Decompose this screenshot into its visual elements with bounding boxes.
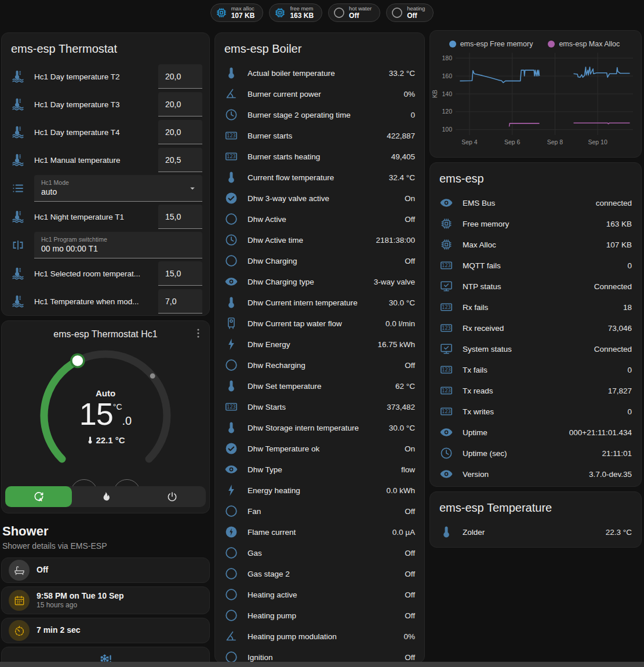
status-badge[interactable]: heating Off — [386, 3, 434, 22]
entity-label: Dhw Energy — [248, 340, 373, 349]
entity-row[interactable]: Burner stage 2 operating time 0 — [215, 104, 424, 125]
entity-row[interactable]: Heating pump modulation 0% — [215, 626, 424, 647]
entity-row[interactable]: Dhw Charging type 3-way valve — [215, 271, 424, 292]
number-input[interactable]: 15,0 — [158, 205, 202, 229]
number-input[interactable]: 15,0 — [158, 261, 202, 286]
mode-select[interactable]: Hc1 Mode auto — [34, 175, 202, 202]
tile[interactable]: 7 min 2 sec — [1, 618, 210, 643]
entity-value: Off — [405, 591, 415, 599]
coolant-thermometer-icon — [11, 267, 25, 280]
number-input[interactable]: 20,5 — [158, 148, 202, 172]
entity-row[interactable]: 123 Tx reads 17,827 — [430, 380, 641, 401]
thermometer-icon — [86, 436, 94, 444]
entity-row[interactable]: 123 Tx fails 0 — [430, 359, 641, 380]
entity-row[interactable]: Dhw Type flow — [215, 459, 424, 480]
entity-row[interactable]: Dhw Charging Off — [215, 250, 424, 271]
horizontal-scrollbar[interactable] — [0, 662, 644, 667]
entity-row[interactable]: Ignition Off — [215, 647, 424, 663]
entity-label: Tx writes — [463, 407, 623, 416]
svg-text:123: 123 — [442, 367, 450, 373]
entity-row[interactable]: 123 Burner starts 422,887 — [215, 125, 424, 146]
number-input[interactable]: 7,0 — [158, 289, 202, 314]
entity-row[interactable]: Gas stage 2 Off — [215, 563, 424, 584]
eye-icon — [439, 467, 453, 481]
hvac-mode-button[interactable] — [72, 486, 139, 507]
entity-row[interactable]: Dhw Recharging Off — [215, 355, 424, 376]
entity-row[interactable]: Max Alloc 107 KB — [430, 234, 641, 255]
dashboard: max alloc 107 KB free mem 163 KB hot wat… — [0, 0, 644, 667]
entity-value: flow — [401, 465, 415, 474]
counter-icon: 123 — [439, 300, 453, 314]
entity-row[interactable]: Dhw Current tap water flow 0.0 l/min — [215, 313, 424, 334]
entity-row[interactable]: Hc1 Program switchtime 00 mo 00:00 T1 — [2, 231, 209, 260]
hvac-mode-button[interactable] — [139, 486, 206, 507]
entity-row[interactable]: Dhw Storage intern temperature 30.0 °C — [215, 417, 424, 438]
more-options-icon[interactable] — [192, 327, 205, 340]
entity-row[interactable]: Dhw Set temperature 62 °C — [215, 376, 424, 396]
boiler-entities-card: ems-esp Boiler Actual boiler temperature… — [214, 32, 425, 663]
entity-label: NTP status — [463, 282, 590, 291]
entity-row[interactable]: Hc1 Day temperature T3 20,0 — [2, 90, 209, 118]
card-title: ems-esp Thermostat — [2, 33, 209, 60]
legend-item[interactable]: ems-esp Free memory — [449, 40, 533, 48]
entity-row[interactable]: Hc1 Selected room temperat... 15,0 — [2, 260, 209, 287]
entity-row[interactable]: Dhw Temperature ok On — [215, 438, 424, 459]
entity-row[interactable]: 123 MQTT fails 0 — [430, 255, 641, 276]
hvac-mode-button[interactable]: A — [5, 486, 72, 507]
entity-row[interactable]: Fan Off — [215, 501, 424, 522]
entity-row[interactable]: Energy heating 0.0 kWh — [215, 480, 424, 501]
entity-row[interactable]: NTP status Connected — [430, 276, 641, 297]
badge-row: max alloc 107 KB free mem 163 KB hot wat… — [0, 3, 644, 22]
list-icon — [11, 181, 25, 195]
entity-row[interactable]: Hc1 Temperature when mod... 7,0 — [2, 287, 209, 315]
entity-row[interactable]: 123 Burner starts heating 49,405 — [215, 146, 424, 167]
entity-row[interactable]: 123 Dhw Starts 373,482 — [215, 396, 424, 417]
entity-label: Dhw Recharging — [248, 361, 400, 370]
entity-row[interactable]: Actual boiler temperature 33.2 °C — [215, 63, 424, 83]
entity-row[interactable]: Dhw Energy 16.75 kWh — [215, 334, 424, 355]
entity-label: Heating active — [248, 591, 400, 599]
entity-row[interactable]: Burner current power 0% — [215, 83, 424, 104]
entity-row[interactable]: Hc1 Mode auto — [2, 174, 209, 203]
entity-row[interactable]: Dhw Active Off — [215, 209, 424, 229]
tile[interactable]: Off — [1, 557, 210, 583]
entity-row[interactable]: 123 Rx fails 18 — [430, 297, 641, 318]
entity-row[interactable]: Free memory 163 KB — [430, 213, 641, 234]
number-input[interactable]: 20,0 — [158, 64, 202, 89]
entity-row[interactable]: Current flow temperature 32.4 °C — [215, 167, 424, 188]
tile[interactable]: 9:58 PM on Tue 10 Sep 15 hours ago — [1, 586, 210, 614]
entity-row[interactable]: 123 Rx received 73,046 — [430, 318, 641, 338]
status-badge[interactable]: hot water Off — [328, 3, 380, 22]
entity-row[interactable]: Hc1 Day temperature T4 20,0 — [2, 118, 209, 146]
status-badge[interactable]: max alloc 107 KB — [210, 3, 264, 22]
entity-row[interactable]: Uptime (sec) 21:11:01 — [430, 443, 641, 464]
entity-row[interactable]: Flame current 0.0 µA — [215, 522, 424, 542]
entity-row[interactable]: Dhw 3-way valve active On — [215, 188, 424, 209]
entity-row[interactable]: Heating active Off — [215, 584, 424, 605]
entity-row[interactable]: Zolder 22.3 °C — [430, 522, 641, 542]
current-temperature: 22.1 °C — [30, 435, 181, 445]
entity-row[interactable]: Uptime 000+21:11:01.434 — [430, 422, 641, 443]
coolant-thermometer-icon — [11, 210, 25, 224]
entity-label: Heating pump modulation — [248, 632, 399, 641]
entity-row[interactable]: 123 Tx writes 0 — [430, 401, 641, 422]
entity-value: 32.4 °C — [389, 173, 415, 182]
entity-row[interactable]: Dhw Active time 2181:38:00 — [215, 229, 424, 250]
entity-row[interactable]: System status Connected — [430, 338, 641, 359]
entity-row[interactable]: Gas Off — [215, 542, 424, 563]
entity-row[interactable]: Hc1 Manual temperature 20,5 — [2, 146, 209, 174]
chart-legend: ems-esp Free memoryems-esp Max Alloc — [431, 40, 638, 48]
legend-item[interactable]: ems-esp Max Alloc — [548, 40, 620, 48]
entity-row[interactable]: Dhw Current intern temperature 30.0 °C — [215, 292, 424, 313]
status-badge[interactable]: free mem 163 KB — [269, 3, 322, 22]
entity-row[interactable]: Hc1 Night temperature T1 15,0 — [2, 203, 209, 231]
number-input[interactable]: 20,0 — [158, 120, 202, 144]
entity-row[interactable]: Version 3.7.0-dev.35 — [430, 464, 641, 484]
coolant-thermometer-icon — [11, 97, 25, 111]
entity-row[interactable]: EMS Bus connected — [430, 192, 641, 213]
text-input[interactable]: Hc1 Program switchtime 00 mo 00:00 T1 — [34, 232, 202, 258]
entity-row[interactable]: Heating pump Off — [215, 605, 424, 626]
number-input[interactable]: 20,0 — [158, 92, 202, 116]
select-value: auto — [41, 187, 195, 197]
entity-row[interactable]: Hc1 Day temperature T2 20,0 — [2, 63, 209, 90]
